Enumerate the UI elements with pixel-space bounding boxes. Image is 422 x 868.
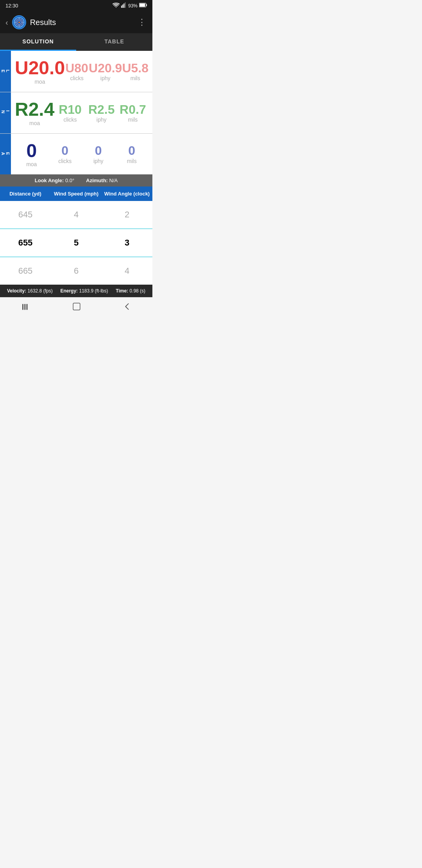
table-row: 665 6 4 <box>0 257 152 285</box>
elev-mils-value: U5.8 <box>122 61 148 75</box>
look-angle-value: 0.0° <box>65 178 74 183</box>
svg-rect-18 <box>24 304 25 310</box>
look-angle-display: Look Angle: 0.0° <box>35 178 75 183</box>
time-display: 12:30 <box>5 3 18 9</box>
col-windspeed-header: Wind Speed (mph) <box>51 187 102 201</box>
windspeed-cell: 5 <box>51 238 102 248</box>
lead-content: 0 moa 0 clicks 0 iphy 0 mils <box>11 134 152 175</box>
windspeed-cell: 6 <box>51 266 102 276</box>
wind-iphy-value: R2.5 <box>88 103 115 117</box>
lead-mils-group: 0 mils <box>115 144 149 164</box>
velocity-display: Velocity: 1632.8 (fps) <box>7 288 53 294</box>
energy-display: Energy: 1183.9 (ft-lbs) <box>60 288 108 294</box>
velocity-label: Velocity: <box>7 288 26 294</box>
azimuth-display: Azimuth: N/A <box>86 178 118 183</box>
wind-clicks-value: R10 <box>59 103 82 117</box>
wind-label: WIND <box>0 92 11 133</box>
tab-bar: SOLUTION TABLE <box>0 33 152 51</box>
svg-rect-6 <box>146 4 147 6</box>
wind-clicks-group: R10 clicks <box>54 103 86 123</box>
lead-label: LEAD <box>0 134 11 175</box>
elev-iphy-group: U20.9 iphy <box>89 61 122 81</box>
battery-icon <box>139 3 147 9</box>
app-icon <box>12 15 26 29</box>
wind-iphy-group: R2.5 iphy <box>86 103 117 123</box>
velocity-value: 1632.8 (fps) <box>28 288 53 294</box>
elev-clicks-unit: clicks <box>70 75 83 81</box>
wind-iphy-unit: iphy <box>97 117 107 123</box>
elevation-row: ELEV U20.0 moa U80 clicks U20.9 iphy U5.… <box>0 51 152 92</box>
windspeed-cell: 4 <box>51 210 102 220</box>
lead-moa-value: 0 <box>26 141 37 161</box>
lead-mils-value: 0 <box>128 144 135 158</box>
wind-mils-unit: mils <box>128 117 138 123</box>
info-bar: Look Angle: 0.0° Azimuth: N/A <box>0 174 152 187</box>
col-windangle-header: Wind Angle (clock) <box>102 187 152 201</box>
status-bar: 12:30 93% <box>0 0 152 11</box>
distance-cell: 655 <box>0 238 51 248</box>
energy-value: 1183.9 (ft-lbs) <box>79 288 108 294</box>
wifi-icon <box>113 2 120 9</box>
lead-moa-unit: moa <box>26 161 37 167</box>
results-content: ELEV U20.0 moa U80 clicks U20.9 iphy U5.… <box>0 51 152 285</box>
elev-moa-value: U20.0 <box>15 58 65 79</box>
battery-percentage: 93% <box>128 3 138 9</box>
table-row: 645 4 2 <box>0 201 152 229</box>
svg-point-0 <box>116 7 116 7</box>
svg-rect-2 <box>122 5 123 8</box>
windangle-cell: 4 <box>102 266 152 276</box>
windangle-cell: 2 <box>102 210 152 220</box>
lead-iphy-value: 0 <box>95 144 102 158</box>
elev-label: ELEV <box>0 51 11 92</box>
wind-clicks-unit: clicks <box>63 117 77 123</box>
wind-content: R2.4 moa R10 clicks R2.5 iphy R0.7 mils <box>11 92 152 133</box>
elev-iphy-value: U20.9 <box>89 61 122 75</box>
svg-rect-3 <box>123 4 124 8</box>
elev-mils-unit: mils <box>131 75 140 81</box>
windangle-cell: 3 <box>102 238 152 248</box>
distance-cell: 645 <box>0 210 51 220</box>
elev-clicks-value: U80 <box>65 61 88 75</box>
tab-solution[interactable]: SOLUTION <box>0 33 76 51</box>
svg-point-16 <box>18 22 20 23</box>
lead-clicks-unit: clicks <box>58 158 72 164</box>
svg-rect-20 <box>73 303 80 310</box>
distance-cell: 665 <box>0 266 51 276</box>
page-title: Results <box>30 18 134 27</box>
nav-bar <box>0 297 152 318</box>
svg-rect-4 <box>125 2 125 8</box>
nav-back-icon[interactable] <box>123 302 131 313</box>
table-header: Distance (yd) Wind Speed (mph) Wind Angl… <box>0 187 152 201</box>
elev-moa-unit: moa <box>34 79 45 85</box>
elev-content: U20.0 moa U80 clicks U20.9 iphy U5.8 mil… <box>11 51 152 92</box>
tab-table[interactable]: TABLE <box>76 33 152 51</box>
col-distance-header: Distance (yd) <box>0 187 51 201</box>
overflow-menu-button[interactable]: ⋮ <box>138 17 147 27</box>
wind-mils-group: R0.7 mils <box>117 103 148 123</box>
elev-clicks-group: U80 clicks <box>65 61 89 81</box>
time-value: 0.98 (s) <box>129 288 145 294</box>
signal-icon <box>121 2 127 9</box>
azimuth-value: N/A <box>109 178 118 183</box>
lead-mils-unit: mils <box>127 158 137 164</box>
lead-clicks-group: 0 clicks <box>48 144 82 164</box>
wind-primary-group: R2.4 moa <box>15 99 54 126</box>
wind-mils-value: R0.7 <box>120 103 146 117</box>
wind-row: WIND R2.4 moa R10 clicks R2.5 iphy R0.7 … <box>0 92 152 134</box>
svg-rect-1 <box>121 5 122 8</box>
nav-menu-icon[interactable] <box>21 303 30 313</box>
svg-rect-17 <box>22 304 23 310</box>
svg-rect-7 <box>139 4 145 7</box>
look-angle-label: Look Angle: <box>35 178 64 183</box>
app-bar: ‹ Results ⋮ <box>0 11 152 33</box>
lead-iphy-unit: iphy <box>93 158 104 164</box>
wind-moa-value: R2.4 <box>15 99 54 120</box>
nav-home-icon[interactable] <box>72 302 81 313</box>
lead-iphy-group: 0 iphy <box>82 144 115 164</box>
azimuth-label: Azimuth: <box>86 178 108 183</box>
back-button[interactable]: ‹ <box>5 18 8 27</box>
energy-label: Energy: <box>60 288 78 294</box>
elev-iphy-unit: iphy <box>100 75 111 81</box>
time-display: Time: 0.98 (s) <box>116 288 145 294</box>
status-icons: 93% <box>113 2 147 9</box>
